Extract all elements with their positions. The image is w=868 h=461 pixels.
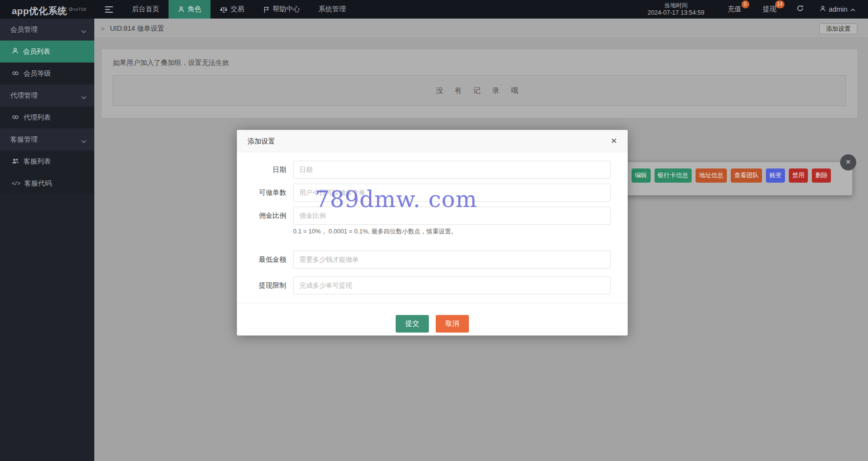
delete-button[interactable]: 删除 xyxy=(812,168,831,183)
nav-item-help-center[interactable]: 帮助中心 xyxy=(254,0,309,19)
withdraw-button[interactable]: 提现 14 xyxy=(752,0,787,19)
disable-button[interactable]: 禁用 xyxy=(789,168,808,183)
sidebar-item-support-code[interactable]: </> 客服代码 xyxy=(0,172,94,194)
double-angle-icon: » xyxy=(101,24,105,32)
sidebar: 会员管理 会员列表 会员等级 代理管理 代理列表 客服管理 客服列表 </> xyxy=(0,19,94,461)
user-icon xyxy=(820,5,826,13)
address-info-button[interactable]: 地址信息 xyxy=(696,168,727,183)
commission-help-text: 0.1 = 10%， 0.0001 = 0.1%, 最多四位数小数点，慎重设置。 xyxy=(293,228,628,236)
admin-menu[interactable]: admin xyxy=(813,0,864,19)
scales-icon xyxy=(220,6,228,13)
refresh-button[interactable] xyxy=(787,0,813,19)
chevron-down-icon xyxy=(81,137,86,145)
breadcrumb: » UID:814 做单设置 xyxy=(101,19,164,38)
commission-rate-input[interactable] xyxy=(293,207,611,225)
users-icon xyxy=(12,158,19,166)
person-icon xyxy=(12,47,19,56)
date-label: 日期 xyxy=(237,161,286,179)
modal-close-icon[interactable]: × xyxy=(609,130,619,152)
sidebar-group-member-mgmt[interactable]: 会员管理 xyxy=(0,19,94,41)
chevron-down-icon xyxy=(81,27,86,35)
recharge-button[interactable]: 充值 0 xyxy=(717,0,752,19)
page-title: UID:814 做单设置 xyxy=(110,24,164,32)
local-time: 当地时间 2024-07-17 13:54:59 xyxy=(635,0,717,19)
min-amount-input[interactable] xyxy=(293,251,611,269)
empty-records-box: 没 有 记 录 哦 xyxy=(113,75,846,106)
bank-card-info-button[interactable]: 银行卡信息 xyxy=(655,168,692,183)
link-icon xyxy=(12,114,19,122)
sidebar-item-member-level[interactable]: 会员等级 xyxy=(0,63,94,84)
link-icon xyxy=(12,70,19,78)
sidebar-item-member-list[interactable]: 会员列表 xyxy=(0,41,94,63)
min-amount-label: 最低金额 xyxy=(237,251,286,269)
balance-change-button[interactable]: 账变 xyxy=(766,168,785,183)
notice-text: 如果用户加入了叠加组，设置无法生效 xyxy=(102,49,857,67)
nav-item-roles[interactable]: 角色 xyxy=(169,0,211,19)
commission-rate-label: 佣金比例 xyxy=(237,207,286,225)
refresh-icon xyxy=(796,4,804,14)
nav-item-dashboard[interactable]: 后台首页 xyxy=(123,0,169,19)
recharge-badge: 0 xyxy=(741,0,749,8)
breadcrumb-bar: » UID:814 做单设置 添加设置 xyxy=(94,19,868,38)
order-count-input[interactable] xyxy=(293,184,611,202)
logo-badge: @cv718 xyxy=(68,7,86,12)
order-count-label: 可做单数 xyxy=(237,184,286,202)
withdraw-limit-label: 提现限制 xyxy=(237,276,286,294)
cancel-button[interactable]: 取消 xyxy=(436,315,469,333)
code-icon: </> xyxy=(12,181,20,187)
caret-up-icon xyxy=(850,5,855,13)
navbar: app优化系统@cv718 后台首页 角色 交易 xyxy=(0,0,868,19)
hamburger-icon xyxy=(105,6,113,13)
panel-close-icon[interactable]: × xyxy=(840,154,856,170)
nav-item-trade[interactable]: 交易 xyxy=(211,0,254,19)
modal-header: 添加设置 × xyxy=(237,130,628,152)
chevron-down-icon xyxy=(81,93,86,101)
flag-icon xyxy=(263,6,270,13)
sidebar-item-agent-list[interactable]: 代理列表 xyxy=(0,106,94,128)
withdraw-limit-input[interactable] xyxy=(293,276,611,294)
sidebar-item-support-list[interactable]: 客服列表 xyxy=(0,150,94,172)
submit-button[interactable]: 提交 xyxy=(396,315,429,333)
add-setting-button[interactable]: 添加设置 xyxy=(819,23,857,34)
screen: app优化系统@cv718 后台首页 角色 交易 xyxy=(0,0,868,461)
view-team-button[interactable]: 查看团队 xyxy=(731,168,762,183)
menu-toggle-button[interactable] xyxy=(96,0,123,19)
add-setting-modal: 添加设置 × 日期 可做单数 佣金比例 0.1 = 10%， 0.0001 = … xyxy=(237,130,628,335)
app-logo: app优化系统@cv718 xyxy=(12,0,86,19)
modal-title: 添加设置 xyxy=(248,137,275,145)
date-input[interactable] xyxy=(293,161,611,179)
edit-button[interactable]: 编辑 xyxy=(632,168,651,183)
sidebar-group-agent-mgmt[interactable]: 代理管理 xyxy=(0,84,94,106)
person-icon xyxy=(178,6,185,13)
sidebar-group-support-mgmt[interactable]: 客服管理 xyxy=(0,128,94,150)
settings-card: 如果用户加入了叠加组，设置无法生效 没 有 记 录 哦 xyxy=(102,49,857,118)
withdraw-badge: 14 xyxy=(775,0,784,8)
nav-item-system[interactable]: 系统管理 xyxy=(309,0,355,19)
